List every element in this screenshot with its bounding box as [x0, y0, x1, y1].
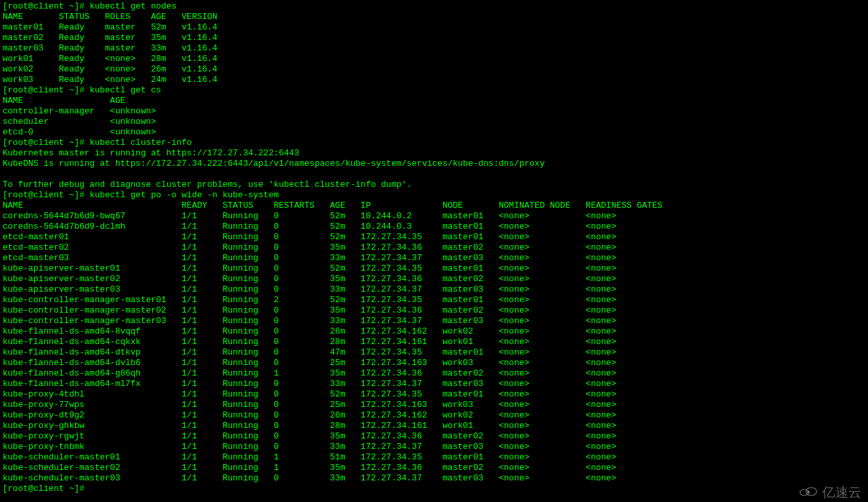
pod-row: kube-flannel-ds-amd64-dtkvp 1/1 Running … [3, 347, 616, 357]
pod-row: kube-proxy-77wps 1/1 Running 0 25m 172.2… [3, 400, 616, 410]
pod-row: kube-scheduler-master03 1/1 Running 0 33… [3, 473, 616, 483]
pod-row: kube-proxy-ghkbw 1/1 Running 0 28m 172.2… [3, 421, 616, 431]
pod-row: coredns-5644d7b6d9-dclmh 1/1 Running 0 5… [3, 222, 616, 231]
pod-row: kube-apiserver-master01 1/1 Running 0 52… [3, 263, 616, 273]
prompt-line: [root@client ~]# kubectl cluster-info [3, 138, 192, 147]
pod-row: kube-proxy-4tdhl 1/1 Running 0 52m 172.2… [3, 389, 616, 399]
terminal-window[interactable]: [root@client ~]# kubectl get nodes NAME … [0, 0, 868, 495]
pod-row: kube-scheduler-master01 1/1 Running 1 51… [3, 452, 616, 462]
cs-row: scheduler <unknown> [3, 117, 156, 126]
pod-row: kube-scheduler-master02 1/1 Running 1 35… [3, 463, 616, 473]
pod-row: kube-apiserver-master03 1/1 Running 0 33… [3, 284, 616, 294]
cluster-info-line: KubeDNS is running at https://172.27.34.… [3, 159, 545, 168]
pods-header: NAME READY STATUS RESTARTS AGE IP NODE N… [3, 201, 662, 210]
pod-row: kube-proxy-dt9g2 1/1 Running 0 26m 172.2… [3, 410, 616, 420]
cs-header: NAME AGE [3, 96, 125, 106]
nodes-header: NAME STATUS ROLES AGE VERSION [3, 12, 218, 22]
pod-row: etcd-master03 1/1 Running 0 33m 172.27.3… [3, 253, 616, 263]
prompt-line: [root@client ~]# kubectl get cs [3, 85, 161, 95]
node-row: master02 Ready master 35m v1.16.4 [3, 33, 218, 43]
pod-row: kube-proxy-tnbmk 1/1 Running 0 33m 172.2… [3, 442, 616, 452]
node-row: work03 Ready <none> 24m v1.16.4 [3, 75, 218, 85]
pod-row: kube-apiserver-master02 1/1 Running 0 35… [3, 274, 616, 284]
node-row: master01 Ready master 52m v1.16.4 [3, 22, 218, 32]
pod-row: kube-controller-manager-master01 1/1 Run… [3, 295, 616, 305]
watermark: 亿速云 [799, 486, 861, 499]
terminal-output: [root@client ~]# kubectl get nodes NAME … [3, 1, 865, 494]
pod-row: kube-proxy-rgwjt 1/1 Running 0 35m 172.2… [3, 431, 616, 441]
node-row: master03 Ready master 33m v1.16.4 [3, 43, 218, 53]
pod-row: kube-flannel-ds-amd64-dvlb6 1/1 Running … [3, 358, 616, 368]
pod-row: etcd-master02 1/1 Running 0 35m 172.27.3… [3, 242, 616, 252]
cluster-info-line: To further debug and diagnose cluster pr… [3, 180, 412, 189]
prompt-line: [root@client ~]# kubectl get nodes [3, 1, 176, 11]
pod-row: kube-controller-manager-master03 1/1 Run… [3, 316, 616, 326]
pod-row: etcd-master01 1/1 Running 0 52m 172.27.3… [3, 232, 616, 242]
cs-row: controller-manager <unknown> [3, 106, 156, 116]
prompt-line: [root@client ~]# kubectl get po -o wide … [3, 190, 279, 200]
cloud-icon [799, 486, 818, 499]
pod-row: kube-flannel-ds-amd64-ml7fx 1/1 Running … [3, 379, 616, 389]
watermark-text: 亿速云 [822, 487, 861, 497]
svg-point-2 [808, 491, 810, 493]
node-row: work02 Ready <none> 26m v1.16.4 [3, 64, 218, 74]
pod-row: kube-controller-manager-master02 1/1 Run… [3, 305, 616, 315]
cs-row: etcd-0 <unknown> [3, 127, 156, 137]
prompt-line[interactable]: [root@client ~]# [3, 484, 90, 493]
cluster-info-line: Kubernetes master is running at https://… [3, 148, 299, 158]
pod-row: kube-flannel-ds-amd64-8vqqf 1/1 Running … [3, 326, 616, 336]
node-row: work01 Ready <none> 28m v1.16.4 [3, 54, 218, 64]
pod-row: kube-flannel-ds-amd64-g86qh 1/1 Running … [3, 368, 616, 378]
pod-row: coredns-5644d7b6d9-bwq67 1/1 Running 0 5… [3, 211, 616, 221]
pod-row: kube-flannel-ds-amd64-cqkxk 1/1 Running … [3, 337, 616, 347]
